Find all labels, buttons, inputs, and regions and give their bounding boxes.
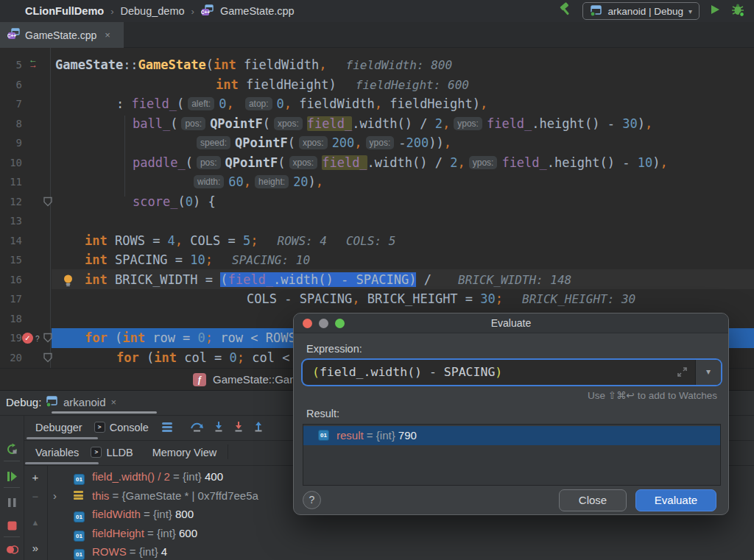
breadcrumb-project[interactable]: CLionFullDemo — [25, 5, 104, 17]
active-session-indicator — [52, 411, 157, 414]
code-line[interactable]: 12score_(0) { — [0, 192, 754, 212]
debug-window-title: Debug: — [6, 391, 41, 414]
tab-debugger[interactable]: Debugger — [35, 422, 82, 433]
close-button[interactable]: Close — [559, 489, 627, 511]
zoom-window-icon[interactable] — [335, 319, 345, 328]
parameter-hint: pos: — [181, 117, 205, 130]
editor-tab-gamestate[interactable]: C++ GameState.cpp × — [0, 22, 124, 48]
navigate-arrows-icon[interactable]: ←→ — [27, 56, 40, 69]
code-token: ( — [170, 116, 177, 131]
build-hammer-icon[interactable] — [558, 2, 573, 20]
code-token: 5 — [243, 233, 250, 248]
layout-menu-icon[interactable] — [162, 421, 172, 434]
step-over-icon[interactable] — [190, 421, 205, 434]
breakpoint-icon[interactable]: ✓ — [22, 333, 33, 344]
code-token: ball_ — [133, 116, 170, 131]
code-line[interactable]: 14int ROWS = 4, COLS = 5;ROWS: 4COLS: 5 — [0, 231, 754, 251]
code-token: ( — [278, 155, 285, 170]
result-row[interactable]: 01 result = {int} 790 — [303, 426, 720, 445]
help-button[interactable]: ? — [303, 491, 321, 509]
remove-watch-button[interactable]: − — [24, 490, 47, 503]
code-token: fieldWidth — [292, 96, 375, 111]
result-list[interactable]: 01 result = {int} 790 — [303, 424, 721, 486]
minimize-window-icon[interactable] — [319, 319, 328, 328]
close-session-icon[interactable]: × — [111, 397, 117, 408]
code-line[interactable]: 17COLS - SPACING, BRICK_HEIGHT = 30;BRIC… — [0, 289, 754, 309]
force-step-into-icon[interactable] — [233, 421, 244, 434]
code-token: paddle_ — [133, 155, 186, 170]
code-token: 0 — [186, 194, 193, 209]
tab-memory-view[interactable]: Memory View — [152, 447, 217, 458]
resume-icon[interactable] — [0, 471, 24, 485]
rerun-icon[interactable] — [0, 443, 24, 458]
step-out-icon[interactable] — [253, 421, 264, 434]
code-line[interactable]: 7: field_(aleft:0, atop:0, fieldWidth, f… — [0, 94, 754, 114]
primitive-value-icon: 01 — [318, 430, 329, 441]
line-number: 6 — [0, 75, 22, 95]
object-icon — [74, 490, 83, 501]
code-text: paddle_(pos:QPointF(xpos:field_.width() … — [133, 153, 668, 173]
move-watch-up-button[interactable]: ▲ — [24, 518, 47, 527]
code-token: ; — [205, 330, 213, 345]
variable-text: field_.width() / 2 = {int} 400 — [92, 467, 223, 486]
mute-breakpoints-icon[interactable] — [0, 545, 24, 558]
code-token: 20 — [293, 174, 308, 189]
code-line[interactable]: 11width:60,height:20), — [0, 172, 754, 192]
code-token: GameState — [138, 57, 206, 72]
tab-lldb[interactable]: LLDB — [106, 447, 133, 458]
app-icon — [46, 395, 58, 409]
code-line[interactable]: 9speed:QPointF(xpos:200,ypos:-200)), — [0, 133, 754, 153]
stop-icon[interactable] — [0, 520, 24, 534]
inline-marker-icon[interactable] — [43, 196, 53, 210]
dialog-title-bar[interactable]: Evaluate — [294, 313, 728, 333]
line-number: 14 — [0, 231, 22, 251]
parameter-hint: atop: — [245, 97, 272, 110]
expression-value[interactable]: (field_.width() - SPACING) — [312, 360, 502, 384]
code-token: fieldWidth — [236, 57, 320, 72]
code-token: int — [85, 252, 108, 267]
expression-input[interactable]: (field_.width() - SPACING) ▾ — [303, 360, 721, 385]
inline-debugger-value: ROWS: 4 — [278, 234, 327, 248]
code-line[interactable]: 5←→GameState::GameState(int fieldWidth,f… — [0, 55, 754, 75]
pause-icon[interactable] — [0, 497, 24, 511]
breadcrumb-module[interactable]: Debug_demo — [120, 5, 184, 17]
close-tab-icon[interactable]: × — [105, 29, 110, 40]
code-token: , — [244, 174, 251, 189]
primitive-value-icon: 01 — [74, 528, 85, 542]
intention-bulb-icon[interactable] — [63, 274, 74, 290]
line-number: 13 — [0, 211, 22, 231]
code-token: ( — [263, 116, 270, 131]
step-into-icon[interactable] — [213, 421, 225, 434]
code-line[interactable]: 15int SPACING = 10;SPACING: 10 — [0, 250, 754, 270]
inline-marker-icon[interactable] — [43, 333, 53, 346]
run-configuration-label: arkanoid | Debug — [607, 6, 683, 17]
active-tab-indicator — [25, 462, 99, 464]
code-line[interactable]: 8ball_(pos:QPointF(xpos:field_.width() /… — [0, 114, 754, 134]
expression-history-dropdown[interactable]: ▾ — [695, 360, 721, 385]
expand-icon[interactable] — [677, 366, 688, 380]
code-line[interactable]: 6int fieldHeight)fieldHeight: 600 — [0, 75, 754, 95]
code-token: 200 — [406, 135, 429, 150]
tab-variables[interactable]: Variables — [35, 447, 79, 458]
close-window-icon[interactable] — [303, 319, 312, 328]
code-token: , — [480, 96, 487, 111]
more-button[interactable]: » — [24, 542, 47, 554]
run-button[interactable] — [709, 4, 721, 18]
add-watch-button[interactable]: + — [24, 471, 47, 483]
variable-text: this = {GameState * | 0x7ffd7ee5a — [92, 486, 258, 505]
active-tab-indicator — [27, 437, 98, 439]
run-configuration-selector[interactable]: arkanoid | Debug ▾ — [582, 2, 700, 20]
code-token: 200 — [332, 135, 355, 150]
debug-session-tab[interactable]: arkanoid × — [46, 391, 116, 414]
tab-console[interactable]: Console — [110, 422, 149, 433]
evaluate-button[interactable]: Evaluate — [635, 489, 716, 511]
expand-chevron-icon[interactable]: › — [53, 486, 57, 505]
code-line[interactable]: 13 — [0, 211, 754, 231]
debug-bug-icon[interactable] — [730, 3, 745, 20]
code-line[interactable]: 16int BRICK_WIDTH = (field_.width() - SP… — [0, 270, 754, 290]
inline-marker-icon[interactable] — [43, 352, 53, 366]
variable-row[interactable]: 01ROWS = {int} 4 — [48, 542, 754, 560]
variable-row[interactable]: 01fieldHeight = {int} 600 — [48, 524, 754, 543]
code-line[interactable]: 10paddle_(pos:QPointF(xpos:field_.width(… — [0, 153, 754, 173]
breadcrumb-file[interactable]: GameState.cpp — [220, 5, 295, 17]
